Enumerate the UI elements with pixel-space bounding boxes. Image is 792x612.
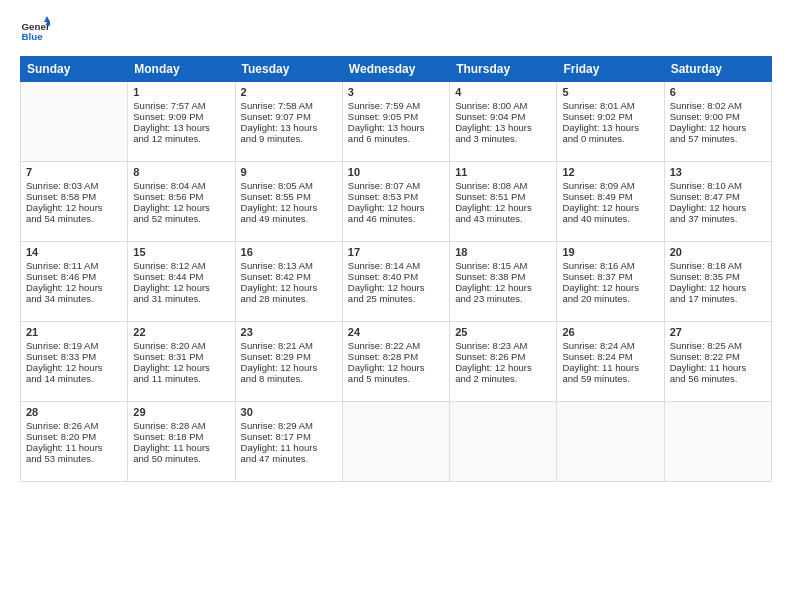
day-info-line: Sunset: 8:40 PM (348, 271, 444, 282)
day-number: 26 (562, 326, 658, 338)
day-info-line: Sunrise: 8:00 AM (455, 100, 551, 111)
day-info-line: Sunset: 8:24 PM (562, 351, 658, 362)
day-info-line: Sunset: 8:22 PM (670, 351, 766, 362)
day-info-line: Sunset: 8:26 PM (455, 351, 551, 362)
calendar-cell (450, 402, 557, 482)
day-info-line: Sunset: 8:38 PM (455, 271, 551, 282)
day-info-line: Sunrise: 8:24 AM (562, 340, 658, 351)
logo-icon: General Blue (20, 16, 50, 46)
day-info-line: Sunset: 8:53 PM (348, 191, 444, 202)
calendar-cell: 15Sunrise: 8:12 AMSunset: 8:44 PMDayligh… (128, 242, 235, 322)
day-info-line: Daylight: 13 hours (133, 122, 229, 133)
day-number: 14 (26, 246, 122, 258)
day-info-line: Sunrise: 8:26 AM (26, 420, 122, 431)
day-info-line: Daylight: 12 hours (26, 202, 122, 213)
day-info-line: and 9 minutes. (241, 133, 337, 144)
day-info-line: Sunrise: 7:57 AM (133, 100, 229, 111)
day-info-line: Sunset: 8:47 PM (670, 191, 766, 202)
day-number: 24 (348, 326, 444, 338)
day-number: 18 (455, 246, 551, 258)
calendar-cell: 2Sunrise: 7:58 AMSunset: 9:07 PMDaylight… (235, 82, 342, 162)
day-info-line: Daylight: 12 hours (670, 122, 766, 133)
day-info-line: Sunrise: 8:14 AM (348, 260, 444, 271)
day-info-line: Daylight: 13 hours (348, 122, 444, 133)
calendar-cell: 8Sunrise: 8:04 AMSunset: 8:56 PMDaylight… (128, 162, 235, 242)
day-info-line: and 52 minutes. (133, 213, 229, 224)
day-number: 25 (455, 326, 551, 338)
day-info-line: Sunset: 8:42 PM (241, 271, 337, 282)
day-info-line: Daylight: 12 hours (455, 282, 551, 293)
day-info-line: Daylight: 12 hours (455, 362, 551, 373)
day-number: 12 (562, 166, 658, 178)
calendar-cell: 21Sunrise: 8:19 AMSunset: 8:33 PMDayligh… (21, 322, 128, 402)
day-info-line: Daylight: 13 hours (241, 122, 337, 133)
calendar-week-2: 7Sunrise: 8:03 AMSunset: 8:58 PMDaylight… (21, 162, 772, 242)
calendar-cell: 17Sunrise: 8:14 AMSunset: 8:40 PMDayligh… (342, 242, 449, 322)
day-number: 19 (562, 246, 658, 258)
day-info-line: Daylight: 12 hours (455, 202, 551, 213)
day-info-line: Daylight: 11 hours (670, 362, 766, 373)
calendar-cell: 13Sunrise: 8:10 AMSunset: 8:47 PMDayligh… (664, 162, 771, 242)
day-info-line: and 3 minutes. (455, 133, 551, 144)
day-info-line: Sunrise: 8:18 AM (670, 260, 766, 271)
day-info-line: and 50 minutes. (133, 453, 229, 464)
day-info-line: and 59 minutes. (562, 373, 658, 384)
day-number: 30 (241, 406, 337, 418)
day-number: 17 (348, 246, 444, 258)
day-info-line: Daylight: 12 hours (26, 362, 122, 373)
day-info-line: and 5 minutes. (348, 373, 444, 384)
day-info-line: Sunset: 9:00 PM (670, 111, 766, 122)
day-number: 28 (26, 406, 122, 418)
calendar-cell: 24Sunrise: 8:22 AMSunset: 8:28 PMDayligh… (342, 322, 449, 402)
day-info-line: Sunrise: 8:05 AM (241, 180, 337, 191)
calendar-cell: 29Sunrise: 8:28 AMSunset: 8:18 PMDayligh… (128, 402, 235, 482)
day-info-line: Sunrise: 8:20 AM (133, 340, 229, 351)
day-info-line: Sunset: 8:58 PM (26, 191, 122, 202)
calendar-header-saturday: Saturday (664, 57, 771, 82)
calendar-header-friday: Friday (557, 57, 664, 82)
day-number: 2 (241, 86, 337, 98)
calendar-cell: 4Sunrise: 8:00 AMSunset: 9:04 PMDaylight… (450, 82, 557, 162)
day-info-line: Daylight: 12 hours (241, 282, 337, 293)
calendar-table: SundayMondayTuesdayWednesdayThursdayFrid… (20, 56, 772, 482)
calendar-cell: 9Sunrise: 8:05 AMSunset: 8:55 PMDaylight… (235, 162, 342, 242)
day-info-line: Sunrise: 8:02 AM (670, 100, 766, 111)
calendar-cell: 27Sunrise: 8:25 AMSunset: 8:22 PMDayligh… (664, 322, 771, 402)
day-info-line: Sunset: 9:09 PM (133, 111, 229, 122)
day-info-line: Daylight: 13 hours (562, 122, 658, 133)
day-info-line: and 6 minutes. (348, 133, 444, 144)
day-number: 23 (241, 326, 337, 338)
day-info-line: Sunrise: 8:13 AM (241, 260, 337, 271)
calendar-cell: 20Sunrise: 8:18 AMSunset: 8:35 PMDayligh… (664, 242, 771, 322)
day-info-line: and 11 minutes. (133, 373, 229, 384)
calendar-cell: 11Sunrise: 8:08 AMSunset: 8:51 PMDayligh… (450, 162, 557, 242)
calendar-cell: 14Sunrise: 8:11 AMSunset: 8:46 PMDayligh… (21, 242, 128, 322)
day-info-line: and 8 minutes. (241, 373, 337, 384)
day-info-line: Sunset: 8:35 PM (670, 271, 766, 282)
day-info-line: Sunrise: 8:03 AM (26, 180, 122, 191)
day-info-line: Daylight: 12 hours (133, 202, 229, 213)
day-info-line: and 49 minutes. (241, 213, 337, 224)
day-info-line: Daylight: 11 hours (241, 442, 337, 453)
day-info-line: Daylight: 12 hours (348, 362, 444, 373)
day-info-line: and 2 minutes. (455, 373, 551, 384)
day-info-line: Sunrise: 8:07 AM (348, 180, 444, 191)
day-info-line: Sunset: 8:33 PM (26, 351, 122, 362)
day-number: 11 (455, 166, 551, 178)
calendar-cell: 12Sunrise: 8:09 AMSunset: 8:49 PMDayligh… (557, 162, 664, 242)
calendar-cell: 18Sunrise: 8:15 AMSunset: 8:38 PMDayligh… (450, 242, 557, 322)
day-info-line: Sunrise: 8:08 AM (455, 180, 551, 191)
calendar-cell: 10Sunrise: 8:07 AMSunset: 8:53 PMDayligh… (342, 162, 449, 242)
day-info-line: and 46 minutes. (348, 213, 444, 224)
calendar-week-3: 14Sunrise: 8:11 AMSunset: 8:46 PMDayligh… (21, 242, 772, 322)
calendar-cell: 28Sunrise: 8:26 AMSunset: 8:20 PMDayligh… (21, 402, 128, 482)
calendar-header-row: SundayMondayTuesdayWednesdayThursdayFrid… (21, 57, 772, 82)
calendar-header-thursday: Thursday (450, 57, 557, 82)
calendar-cell: 3Sunrise: 7:59 AMSunset: 9:05 PMDaylight… (342, 82, 449, 162)
day-info-line: Sunset: 8:56 PM (133, 191, 229, 202)
logo: General Blue (20, 16, 54, 46)
day-info-line: Daylight: 12 hours (348, 282, 444, 293)
calendar-header-monday: Monday (128, 57, 235, 82)
day-info-line: Daylight: 12 hours (670, 282, 766, 293)
day-info-line: Daylight: 12 hours (670, 202, 766, 213)
